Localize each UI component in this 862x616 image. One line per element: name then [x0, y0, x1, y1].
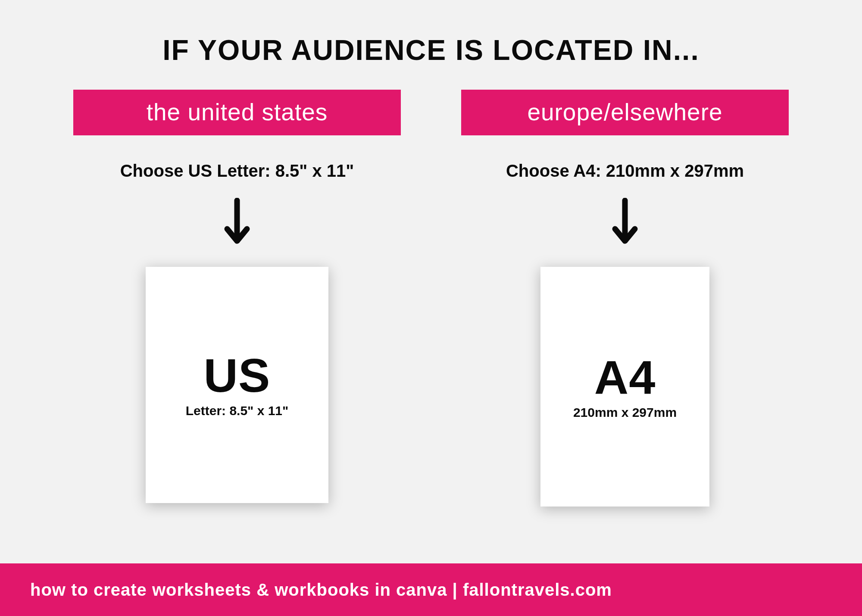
page-preview-us-letter: US Letter: 8.5" x 11" [146, 267, 328, 503]
page-title-a4: A4 [594, 353, 656, 401]
arrow-down-icon [222, 198, 252, 245]
region-label-europe: europe/elsewhere [461, 90, 789, 135]
page-title-us: US [204, 352, 271, 399]
columns-container: the united states Choose US Letter: 8.5"… [0, 90, 862, 507]
instruction-us: Choose US Letter: 8.5" x 11" [120, 161, 354, 181]
region-label-us: the united states [73, 90, 401, 135]
page-dimensions-us: Letter: 8.5" x 11" [186, 403, 289, 418]
column-a4: europe/elsewhere Choose A4: 210mm x 297m… [453, 90, 797, 507]
column-us: the united states Choose US Letter: 8.5"… [65, 90, 409, 507]
page-dimensions-a4: 210mm x 297mm [573, 405, 677, 420]
page-preview-a4: A4 210mm x 297mm [540, 267, 709, 507]
footer-bar: how to create worksheets & workbooks in … [0, 563, 862, 616]
arrow-down-icon [610, 198, 640, 245]
page-heading: IF YOUR AUDIENCE IS LOCATED IN... [0, 34, 862, 66]
footer-caption: how to create worksheets & workbooks in … [30, 580, 612, 600]
instruction-a4: Choose A4: 210mm x 297mm [506, 161, 744, 181]
